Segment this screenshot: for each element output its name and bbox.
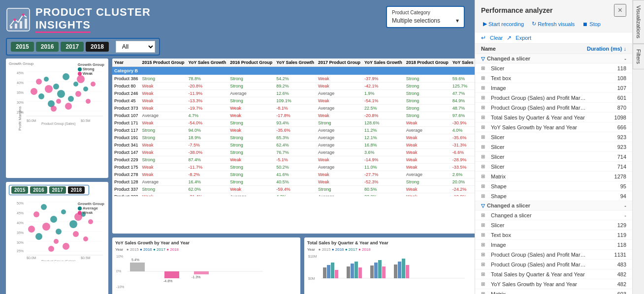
table-scroll[interactable]: Year 2015 Product Group YoY Sales Growth…	[112, 59, 475, 196]
group-18-9: Weak	[404, 142, 451, 149]
group-18-8: Weak	[404, 134, 451, 142]
svg-text:Product Group (Sales): Product Group (Sales)	[41, 122, 76, 126]
perf-item-name-15: Slicer	[491, 222, 587, 228]
year-pill-2016-top[interactable]: 2016	[36, 42, 59, 52]
perf-item-dur-2: 107	[587, 85, 626, 91]
svg-point-27	[45, 85, 53, 93]
svg-rect-5	[20, 21, 22, 29]
stop-button[interactable]: ⏹ Stop	[580, 20, 603, 28]
year-pill-2017-top[interactable]: 2017	[61, 42, 84, 52]
year-pill-2015-top[interactable]: 2015	[11, 42, 34, 52]
start-recording-button[interactable]: ▶ Start recording	[481, 20, 526, 28]
group-16-12: Strong	[228, 164, 274, 171]
changed-slicer-header-1: ▽Changed a slicer-	[475, 54, 632, 63]
year-pill-2016-bottom[interactable]: 2016	[30, 186, 47, 194]
group-18-0: Strong	[404, 75, 451, 83]
perf-item-7[interactable]: ⊞ Slicer 923	[475, 132, 632, 142]
visualizations-tab[interactable]: Visualizations	[633, 0, 644, 44]
perf-item-8[interactable]: ⊞ Slicer 923	[475, 142, 632, 152]
group-18-10: Weak	[404, 149, 451, 156]
svg-rect-100	[402, 259, 405, 278]
yoy-18-3: 84.9%	[451, 97, 475, 105]
svg-point-63	[73, 231, 79, 237]
yoy-17-11: -14.9%	[362, 156, 404, 164]
svg-point-59	[33, 211, 39, 217]
perf-item-name-21: YoY Sales Growth by Year and Year	[491, 281, 587, 287]
svg-point-17	[44, 77, 49, 82]
perf-item-icon-16: ⊞	[481, 232, 489, 237]
top-dropdown[interactable]: All	[116, 41, 155, 53]
perf-item-15[interactable]: ⊞ Slicer 129	[475, 220, 632, 230]
perf-title: Performance analyzer	[481, 6, 553, 14]
perf-item-13[interactable]: ⊞ Shape 94	[475, 191, 632, 201]
scatter-chart-top: Growth Group Growth Group Strong Weak Pr…	[6, 59, 108, 178]
perf-item-14[interactable]: ⊞ Changed a slicer -	[475, 210, 632, 220]
perf-item-12[interactable]: ⊞ Shape 95	[475, 181, 632, 191]
perf-item-22[interactable]: ⊞ Matrix 603	[475, 289, 632, 294]
product-name-13: Product 278	[112, 171, 140, 178]
year-pill-2018-bottom[interactable]: 2018	[68, 186, 85, 194]
product-name-12: Product 175	[112, 164, 140, 171]
group-15-3: Weak	[140, 97, 187, 105]
year-pill-2017-bottom[interactable]: 2017	[49, 186, 66, 194]
product-name-6: Product 171	[112, 119, 140, 127]
perf-item-11[interactable]: ⊞ Matrix 1278	[475, 172, 632, 181]
perf-item-16[interactable]: ⊞ Text box 119	[475, 230, 632, 240]
perf-item-9[interactable]: ⊞ Slicer 714	[475, 152, 632, 162]
perf-item-2[interactable]: ⊞ Image 107	[475, 83, 632, 93]
filters-tab[interactable]: Filters	[633, 44, 644, 69]
group-17-1: Weak	[316, 83, 362, 90]
svg-point-20	[73, 82, 78, 87]
refresh-visuals-button[interactable]: ↻ Refresh visuals	[530, 20, 577, 28]
perf-item-19[interactable]: ⊞ Product Group (Sales) and Profit Margi…	[475, 260, 632, 269]
col-year: Year	[112, 59, 140, 67]
export-button[interactable]: Export	[515, 35, 531, 41]
perf-item-0[interactable]: ⊞ Slicer 118	[475, 63, 632, 73]
group-16-10: Strong	[228, 149, 274, 156]
product-category-select[interactable]: Multiple selections ▾	[392, 17, 459, 24]
group-15-13: Weak	[140, 171, 187, 178]
perf-item-18[interactable]: ⊞ Product Group (Sales) and Profit Margi…	[475, 250, 632, 260]
yoy-15-1: -20.8%	[187, 83, 228, 90]
record-icon: ▶	[483, 21, 487, 27]
table-row: Product 191 Strong 18.9% Strong 65.3% Av…	[112, 134, 475, 142]
yoy-16-2: 12.6%	[274, 90, 316, 97]
perf-item-5[interactable]: ⊞ Total Sales by Quarter & Year and Year…	[475, 113, 632, 122]
perf-table-header: Name Duration (ms) ↓	[475, 44, 632, 54]
yoy-16-15: -59.4%	[274, 186, 316, 193]
close-button[interactable]: ×	[614, 4, 626, 17]
year-pill-2015-bottom[interactable]: 2015	[11, 186, 28, 194]
perf-list: ▽Changed a slicer- ⊞ Slicer 118 ⊞ Text b…	[475, 54, 632, 294]
perf-item-1[interactable]: ⊞ Text box 108	[475, 73, 632, 83]
svg-point-57	[35, 233, 42, 240]
svg-text:45%: 45%	[17, 71, 24, 75]
group-17-12: Average	[316, 164, 362, 171]
perf-item-6[interactable]: ⊞ YoY Sales Growth by Year and Year 666	[475, 122, 632, 132]
year-pill-2018-top[interactable]: 2018	[86, 42, 109, 52]
perf-item-4[interactable]: ⊞ Product Group (Sales) and Profit Margi…	[475, 103, 632, 113]
svg-rect-6	[25, 19, 27, 29]
product-name-3: Product 45	[112, 97, 140, 105]
svg-rect-3	[10, 26, 12, 29]
perf-item-10[interactable]: ⊞ Slicer 714	[475, 162, 632, 172]
table-row: Product 386 Strong 78.8% Strong 54.2% We…	[112, 75, 475, 83]
svg-point-21	[57, 90, 65, 98]
perf-item-17[interactable]: ⊞ Image 118	[475, 240, 632, 250]
perf-item-3[interactable]: ⊞ Product Group (Sales) and Profit Margi…	[475, 93, 632, 103]
svg-point-61	[54, 239, 59, 244]
perf-name-col-header: Name	[481, 46, 582, 52]
table-row: Product 175 Weak -11.7% Strong 50.2% Ave…	[112, 164, 475, 171]
perf-item-icon-17: ⊞	[481, 242, 489, 247]
svg-rect-90	[347, 266, 350, 278]
svg-point-64	[83, 236, 88, 241]
yoy-17-4: 22.5%	[362, 105, 404, 112]
group-18-11: Weak	[404, 156, 451, 164]
perf-duration-col-header[interactable]: Duration (ms) ↓	[582, 46, 626, 52]
clear-button[interactable]: Clear	[490, 35, 503, 41]
perf-item-name-8: Slicer	[491, 144, 587, 150]
svg-text:$0.5M: $0.5M	[81, 119, 91, 122]
perf-item-20[interactable]: ⊞ Total Sales by Quarter & Year and Year…	[475, 269, 632, 279]
svg-point-28	[56, 99, 61, 104]
perf-item-21[interactable]: ⊞ YoY Sales Growth by Year and Year 482	[475, 279, 632, 289]
performance-analyzer-panel: Performance analyzer × ▶ Start recording…	[475, 0, 632, 294]
